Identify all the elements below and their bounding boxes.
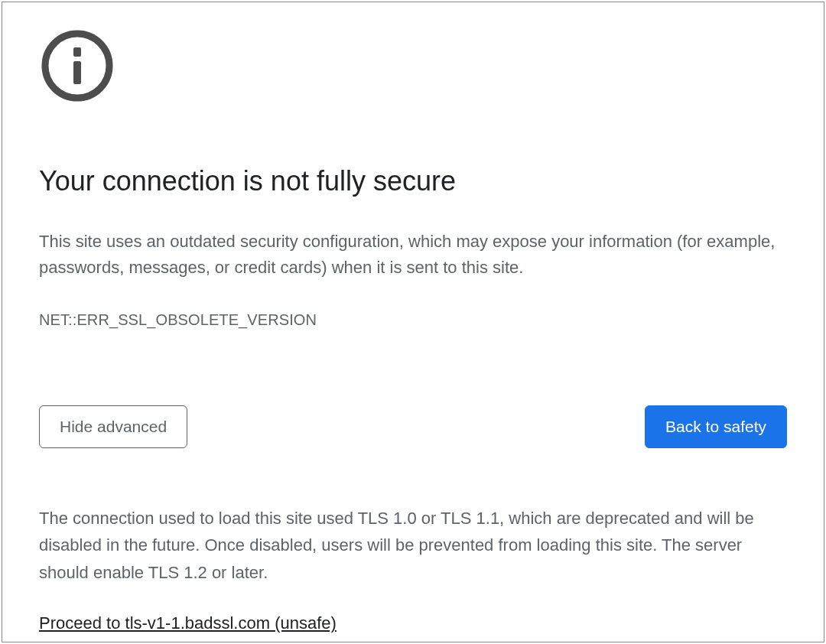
proceed-unsafe-link[interactable]: Proceed to tls-v1-1.badssl.com (unsafe) bbox=[39, 613, 337, 633]
svg-rect-1 bbox=[73, 47, 81, 57]
back-to-safety-button[interactable]: Back to safety bbox=[645, 405, 787, 448]
button-row: Hide advanced Back to safety bbox=[39, 405, 787, 448]
ssl-error-interstitial: Your connection is not fully secure This… bbox=[2, 2, 824, 642]
page-title: Your connection is not fully secure bbox=[39, 164, 787, 198]
info-icon bbox=[39, 28, 115, 104]
advanced-explanation: The connection used to load this site us… bbox=[39, 505, 787, 586]
warning-body: This site uses an outdated security conf… bbox=[39, 229, 787, 281]
error-code: NET::ERR_SSL_OBSOLETE_VERSION bbox=[39, 311, 787, 329]
svg-rect-2 bbox=[73, 61, 81, 84]
hide-advanced-button[interactable]: Hide advanced bbox=[39, 405, 187, 448]
